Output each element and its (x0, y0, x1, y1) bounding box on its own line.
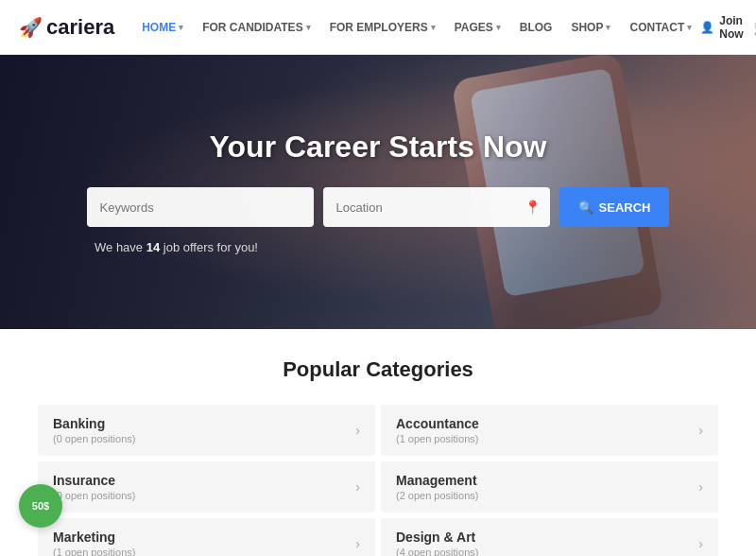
category-info-design-art: Design & Art (4 open positions) (396, 530, 478, 556)
category-count-insurance: (0 open positions) (53, 490, 135, 501)
search-icon: 🔍 (578, 200, 593, 215)
nav-item-home[interactable]: HOME ▾ (133, 15, 192, 40)
category-name-marketing: Marketing (53, 530, 135, 545)
cart-button[interactable]: 🛒 0 (753, 18, 756, 36)
category-item-insurance[interactable]: Insurance (0 open positions) › (38, 461, 375, 513)
categories-section: Popular Categories Banking (0 open posit… (0, 329, 756, 556)
category-count-design-art: (4 open positions) (396, 547, 478, 556)
arrow-icon-accountance: › (698, 423, 703, 438)
category-item-design-art[interactable]: Design & Art (4 open positions) › (381, 518, 718, 556)
location-input[interactable] (323, 187, 550, 227)
hero-section: Your Career Starts Now 📍 🔍 SEARCH We hav… (0, 55, 756, 329)
keywords-input[interactable] (87, 187, 314, 227)
arrow-icon-banking: › (355, 423, 360, 438)
category-info-insurance: Insurance (0 open positions) (53, 473, 135, 501)
category-info-banking: Banking (0 open positions) (53, 416, 135, 444)
category-count-marketing: (1 open positions) (53, 547, 135, 556)
nav-links: HOME ▾ FOR CANDIDATES ▾ FOR EMPLOYERS ▾ … (133, 15, 700, 40)
nav-label-candidates: FOR CANDIDATES (202, 21, 302, 34)
category-item-marketing[interactable]: Marketing (1 open positions) › (38, 518, 375, 556)
nav-item-candidates[interactable]: FOR CANDIDATES ▾ (194, 15, 318, 40)
badge-label: 50$ (32, 500, 49, 512)
nav-item-pages[interactable]: PAGES ▾ (446, 15, 509, 40)
chevron-down-icon: ▾ (496, 23, 501, 32)
keywords-input-wrap (87, 187, 314, 227)
hero-content: Your Career Starts Now 📍 🔍 SEARCH We hav… (0, 130, 756, 254)
arrow-icon-marketing: › (355, 536, 360, 551)
arrow-icon-design-art: › (698, 536, 703, 551)
navbar: 🚀 cariera HOME ▾ FOR CANDIDATES ▾ FOR EM… (0, 0, 756, 55)
nav-item-shop[interactable]: SHOP ▾ (562, 15, 619, 40)
category-item-accountance[interactable]: Accountance (1 open positions) › (381, 405, 718, 456)
search-bar: 📍 🔍 SEARCH (0, 187, 756, 227)
category-name-management: Management (396, 473, 478, 488)
arrow-icon-insurance: › (355, 479, 360, 495)
category-item-management[interactable]: Management (2 open positions) › (381, 461, 718, 513)
category-name-insurance: Insurance (53, 473, 135, 488)
search-button[interactable]: 🔍 SEARCH (559, 187, 670, 227)
categories-title: Popular Categories (38, 357, 718, 382)
category-info-marketing: Marketing (1 open positions) (53, 530, 135, 556)
category-count-accountance: (1 open positions) (396, 433, 479, 444)
arrow-icon-management: › (698, 479, 703, 495)
user-icon: 👤 (700, 21, 714, 34)
category-count-banking: (0 open positions) (53, 433, 135, 444)
location-input-wrap: 📍 (323, 187, 550, 227)
nav-label-home: HOME (142, 21, 176, 34)
nav-label-pages: PAGES (455, 21, 493, 34)
logo[interactable]: 🚀 cariera (19, 15, 114, 40)
nav-label-shop: SHOP (571, 21, 603, 34)
location-pin-icon: 📍 (524, 200, 541, 215)
hero-subtext-suffix: job offers for you! (160, 240, 258, 254)
category-info-management: Management (2 open positions) (396, 473, 478, 501)
cart-icon: 🛒 (753, 19, 756, 35)
chevron-down-icon: ▾ (431, 23, 436, 32)
category-name-design-art: Design & Art (396, 530, 478, 545)
job-count: 14 (146, 240, 160, 254)
nav-item-employers[interactable]: FOR EMPLOYERS ▾ (321, 15, 444, 40)
category-name-banking: Banking (53, 416, 135, 431)
hero-subtext-prefix: We have (94, 240, 146, 254)
search-button-label: SEARCH (599, 200, 651, 215)
hero-subtext: We have 14 job offers for you! (0, 240, 756, 254)
nav-label-contact: CONTACT (629, 21, 684, 34)
chevron-down-icon: ▾ (606, 23, 610, 32)
join-now-button[interactable]: 👤 Join Now (700, 14, 743, 41)
logo-icon: 🚀 (19, 16, 43, 39)
nav-right: 👤 Join Now 🛒 0 (700, 14, 756, 41)
nav-label-blog: BLOG (520, 21, 553, 34)
logo-text: cariera (46, 15, 114, 40)
categories-grid: Banking (0 open positions) › Accountance… (38, 405, 718, 556)
hero-title: Your Career Starts Now (0, 130, 756, 165)
chevron-down-icon: ▾ (687, 23, 692, 32)
category-item-banking[interactable]: Banking (0 open positions) › (38, 405, 375, 456)
chevron-down-icon: ▾ (179, 23, 183, 32)
category-info-accountance: Accountance (1 open positions) (396, 416, 479, 444)
join-now-label: Join Now (719, 14, 743, 41)
category-count-management: (2 open positions) (396, 490, 478, 501)
floating-price-badge[interactable]: 50$ (19, 484, 62, 528)
nav-item-blog[interactable]: BLOG (511, 15, 561, 40)
nav-item-contact[interactable]: CONTACT ▾ (621, 15, 700, 40)
chevron-down-icon: ▾ (306, 23, 311, 32)
category-name-accountance: Accountance (396, 416, 479, 431)
nav-label-employers: FOR EMPLOYERS (330, 21, 428, 34)
